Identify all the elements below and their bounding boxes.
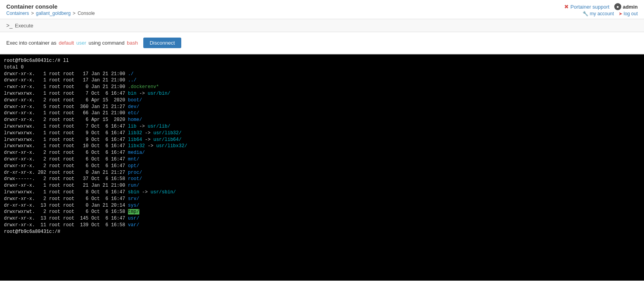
log-out-label: log out <box>624 11 638 16</box>
header-top-links: ✖ Portainer support ● admin <box>564 3 638 10</box>
page-title: Container console <box>6 3 95 10</box>
execute-section: >_ Execute <box>6 22 33 29</box>
log-out-link[interactable]: ➤ log out <box>619 11 638 16</box>
support-link-label: Portainer support <box>570 4 610 10</box>
admin-user: ● admin <box>614 3 638 10</box>
breadcrumb-sep2: > <box>73 11 76 16</box>
logout-icon: ➤ <box>619 11 622 16</box>
breadcrumb-containers-link[interactable]: Containers <box>6 11 29 16</box>
breadcrumb-page: Console <box>78 11 95 16</box>
portainer-support-link[interactable]: ✖ Portainer support <box>564 4 610 10</box>
breadcrumb-sep1: > <box>31 11 34 16</box>
admin-label: admin <box>623 4 638 10</box>
wrench-icon: 🔧 <box>583 11 588 16</box>
exec-text1: Exec into container as <box>6 40 56 46</box>
exec-bash-word: bash <box>127 40 138 46</box>
terminal[interactable]: root@fb9c6a80431c:/# ll total 0 drwxr-xr… <box>0 54 644 281</box>
admin-icon: ● <box>614 3 621 10</box>
exec-text2: using command <box>88 40 124 46</box>
exec-user-word: user <box>76 40 86 46</box>
my-account-link[interactable]: 🔧 my account <box>583 11 614 16</box>
prompt-icon: >_ <box>6 22 13 29</box>
header-left: Container console Containers > gallant_g… <box>6 3 95 16</box>
my-account-label: my account <box>590 11 614 16</box>
breadcrumb-container-link[interactable]: gallant_goldberg <box>36 11 71 16</box>
header-right: ✖ Portainer support ● admin 🔧 my account… <box>564 3 638 16</box>
page-header: Container console Containers > gallant_g… <box>0 0 644 19</box>
exec-bar: Exec into container as default user usin… <box>0 32 644 54</box>
toolbar: >_ Execute <box>0 19 644 32</box>
exec-default-word: default <box>59 40 74 46</box>
support-icon: ✖ <box>564 4 569 10</box>
disconnect-button[interactable]: Disconnect <box>143 38 181 48</box>
header-bottom-links: 🔧 my account ➤ log out <box>583 11 638 16</box>
execute-label: Execute <box>15 23 33 29</box>
breadcrumb: Containers > gallant_goldberg > Console <box>6 11 95 16</box>
